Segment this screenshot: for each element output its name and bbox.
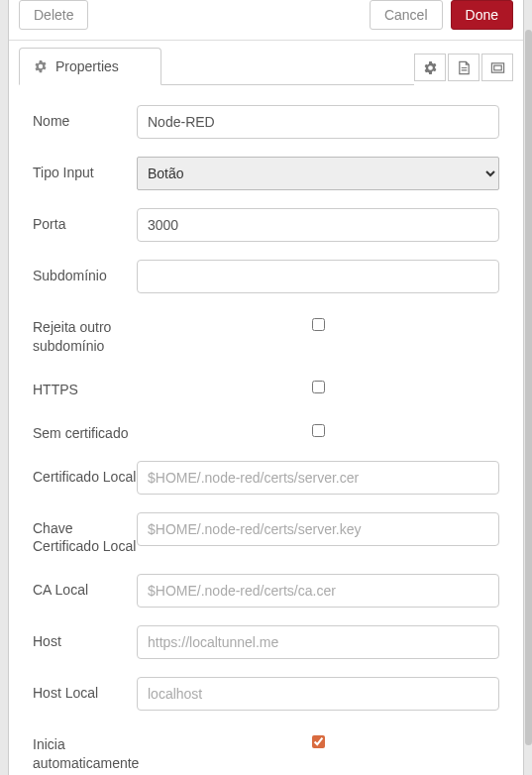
label-rejeita: Rejeita outro subdomínio: [33, 311, 137, 356]
label-tipo-input: Tipo Input: [33, 157, 137, 182]
checkbox-sem-cert[interactable]: [312, 424, 325, 437]
checkbox-https[interactable]: [312, 381, 325, 393]
gear-icon: [34, 59, 48, 73]
svg-rect-1: [493, 65, 501, 70]
checkbox-rejeita[interactable]: [312, 318, 325, 331]
form-container: Nome Tipo Input Botão Porta Subdomínio R…: [9, 85, 523, 775]
appearance-icon-button[interactable]: [481, 54, 513, 81]
gear-icon: [423, 60, 438, 75]
input-ca-local[interactable]: [137, 574, 499, 608]
input-cert-local[interactable]: [137, 461, 499, 495]
tab-properties[interactable]: Properties: [19, 48, 161, 85]
properties-icon-button[interactable]: [414, 54, 446, 81]
input-porta[interactable]: [137, 208, 499, 242]
tab-label: Properties: [55, 58, 119, 74]
document-icon: [457, 60, 472, 75]
label-sem-cert: Sem certificado: [33, 417, 137, 443]
description-icon-button[interactable]: [448, 54, 479, 81]
dialog-header: Delete Cancel Done: [9, 0, 523, 41]
input-subdominio[interactable]: [137, 260, 499, 293]
layout-icon: [490, 60, 505, 75]
input-nome[interactable]: [137, 105, 499, 139]
label-subdominio: Subdomínio: [33, 260, 137, 285]
cancel-button[interactable]: Cancel: [370, 0, 443, 30]
input-host-local[interactable]: [137, 677, 499, 711]
label-nome: Nome: [33, 105, 137, 131]
delete-button[interactable]: Delete: [19, 0, 88, 30]
label-cert-local: Certificado Local: [33, 461, 137, 487]
label-ca-local: CA Local: [33, 574, 137, 600]
checkbox-inicia-auto[interactable]: [312, 735, 325, 748]
input-chave-cert[interactable]: [137, 512, 499, 546]
label-porta: Porta: [33, 208, 137, 234]
done-button[interactable]: Done: [451, 0, 513, 30]
label-host-local: Host Local: [33, 677, 137, 703]
label-inicia-auto: Inicia automaticamente: [33, 728, 137, 773]
input-host[interactable]: [137, 625, 499, 659]
tabs-row: Properties: [9, 40, 523, 85]
label-https: HTTPS: [33, 374, 137, 399]
label-chave-cert: Chave Certificado Local: [33, 512, 137, 557]
scrollbar[interactable]: [525, 30, 532, 745]
label-host: Host: [33, 625, 137, 651]
select-tipo-input[interactable]: Botão: [137, 157, 499, 190]
